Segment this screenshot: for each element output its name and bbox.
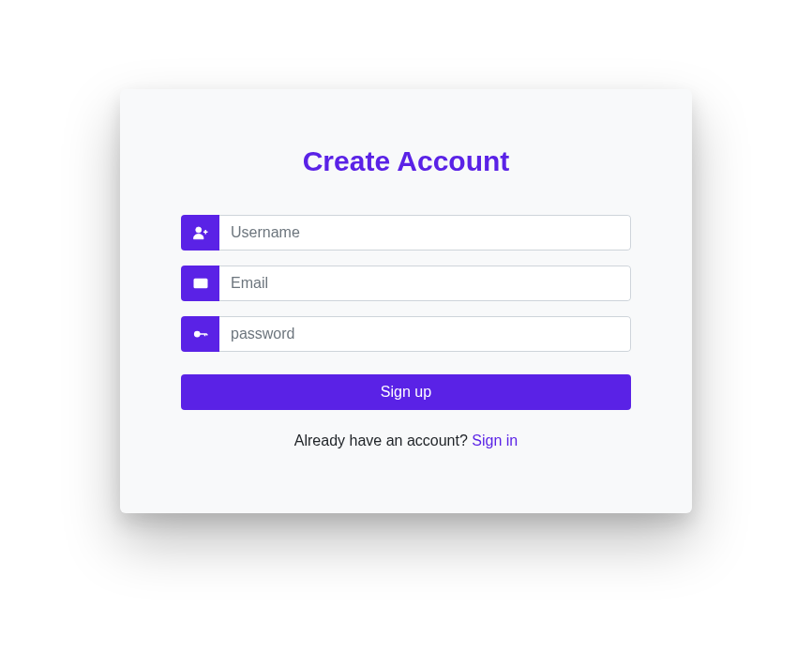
signup-card: Create Account Sign up	[120, 89, 692, 513]
key-icon	[181, 316, 219, 352]
password-group	[181, 316, 631, 352]
svg-point-2	[194, 331, 199, 336]
password-input[interactable]	[219, 316, 631, 352]
svg-point-0	[195, 227, 201, 233]
signin-link[interactable]: Sign in	[472, 433, 518, 448]
page-title: Create Account	[181, 145, 631, 177]
email-group	[181, 266, 631, 301]
envelope-icon	[181, 266, 219, 301]
footer-prompt: Already have an account?	[294, 433, 472, 448]
user-plus-icon	[181, 215, 219, 251]
email-input[interactable]	[219, 266, 631, 301]
footer-text: Already have an account? Sign in	[181, 433, 631, 449]
username-input[interactable]	[219, 215, 631, 251]
signup-button[interactable]: Sign up	[181, 374, 631, 410]
username-group	[181, 215, 631, 251]
